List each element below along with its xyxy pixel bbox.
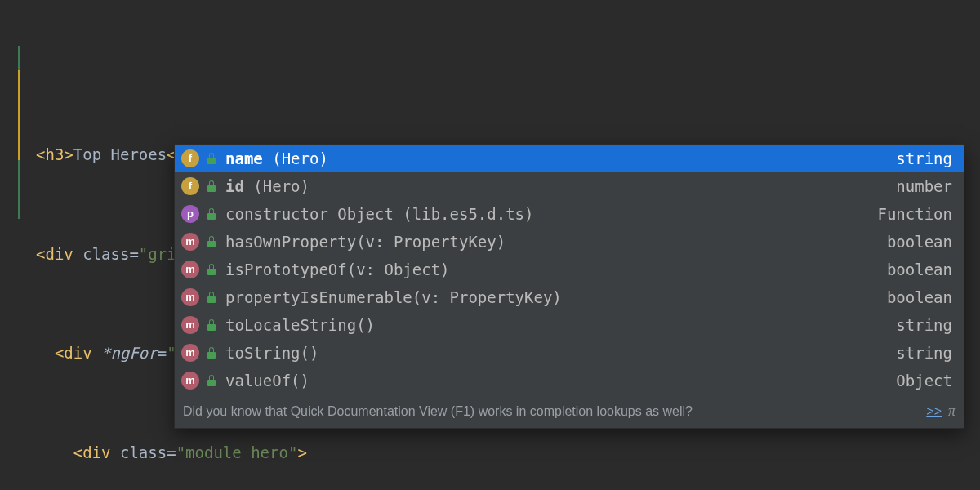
public-icon bbox=[206, 180, 217, 192]
completion-item[interactable]: mvalueOf()Object bbox=[175, 367, 964, 394]
method-icon: m bbox=[181, 233, 199, 251]
method-icon: m bbox=[181, 372, 199, 390]
method-icon: m bbox=[181, 344, 199, 362]
field-icon: f bbox=[181, 177, 199, 195]
completion-item[interactable]: mhasOwnProperty(v: PropertyKey)boolean bbox=[175, 228, 964, 256]
change-marker bbox=[18, 70, 20, 121]
completion-label: hasOwnProperty(v: PropertyKey) bbox=[225, 229, 506, 254]
footer-more-link[interactable]: >> bbox=[926, 401, 942, 422]
completion-type: Object bbox=[896, 368, 952, 393]
completion-type: string bbox=[896, 146, 952, 171]
method-icon: m bbox=[181, 261, 199, 278]
completion-item[interactable]: mtoString()string bbox=[175, 339, 964, 367]
completion-type: boolean bbox=[887, 257, 952, 282]
code-line[interactable]: <div class="module hero"> bbox=[18, 440, 980, 465]
public-icon bbox=[206, 292, 217, 303]
method-icon: m bbox=[181, 288, 199, 306]
completion-type: boolean bbox=[887, 229, 952, 254]
public-icon bbox=[206, 375, 217, 386]
completion-type: number bbox=[896, 174, 952, 198]
property-icon: p bbox=[181, 205, 199, 223]
completion-label: toLocaleString() bbox=[225, 313, 375, 337]
completion-item[interactable]: misPrototypeOf(v: Object)boolean bbox=[175, 256, 964, 283]
field-icon: f bbox=[181, 149, 199, 167]
completion-item[interactable]: mtoLocaleString()string bbox=[175, 311, 964, 339]
completion-type: boolean bbox=[887, 285, 952, 310]
public-icon bbox=[206, 347, 217, 359]
completion-item[interactable]: mpropertyIsEnumerable(v: PropertyKey)boo… bbox=[175, 283, 964, 311]
pi-icon[interactable]: π bbox=[948, 399, 956, 423]
completion-item[interactable]: pconstructor Object (lib.es5.d.ts)Functi… bbox=[175, 200, 964, 228]
completion-label: constructor Object (lib.es5.d.ts) bbox=[225, 202, 534, 226]
completion-item[interactable]: fname (Hero)string bbox=[175, 145, 964, 172]
completion-label: toString() bbox=[225, 341, 318, 365]
completion-popup[interactable]: fname (Hero)stringfid (Hero)numberpconst… bbox=[174, 144, 964, 429]
completion-item[interactable]: fid (Hero)number bbox=[175, 172, 964, 200]
public-icon bbox=[206, 236, 217, 247]
footer-tip-text: Did you know that Quick Documentation Vi… bbox=[183, 401, 693, 422]
completion-type: string bbox=[896, 313, 952, 337]
public-icon bbox=[206, 319, 217, 331]
method-icon: m bbox=[181, 316, 199, 334]
public-icon bbox=[206, 153, 217, 164]
completion-type: Function bbox=[877, 202, 952, 226]
completion-label: name (Hero) bbox=[225, 146, 328, 171]
completion-label: propertyIsEnumerable(v: PropertyKey) bbox=[225, 285, 562, 310]
completion-label: isPrototypeOf(v: Object) bbox=[225, 257, 450, 282]
completion-label: id (Hero) bbox=[225, 174, 310, 198]
completion-footer: Did you know that Quick Documentation Vi… bbox=[175, 394, 964, 428]
public-icon bbox=[206, 264, 217, 275]
completion-type: string bbox=[896, 341, 952, 365]
public-icon bbox=[206, 208, 217, 220]
completion-label: valueOf() bbox=[225, 368, 310, 393]
